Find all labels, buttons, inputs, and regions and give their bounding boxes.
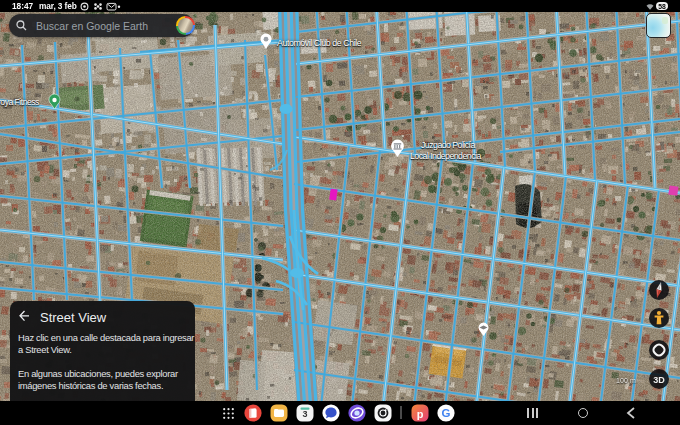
svg-text:G: G (442, 407, 451, 419)
svg-text:3: 3 (302, 409, 307, 419)
svg-text:mar, 3 feb: mar, 3 feb (39, 1, 77, 11)
svg-text:18:47: 18:47 (12, 1, 34, 11)
svg-text:58: 58 (658, 3, 666, 10)
svg-text:3D: 3D (653, 375, 665, 385)
svg-text:p: p (417, 408, 424, 420)
